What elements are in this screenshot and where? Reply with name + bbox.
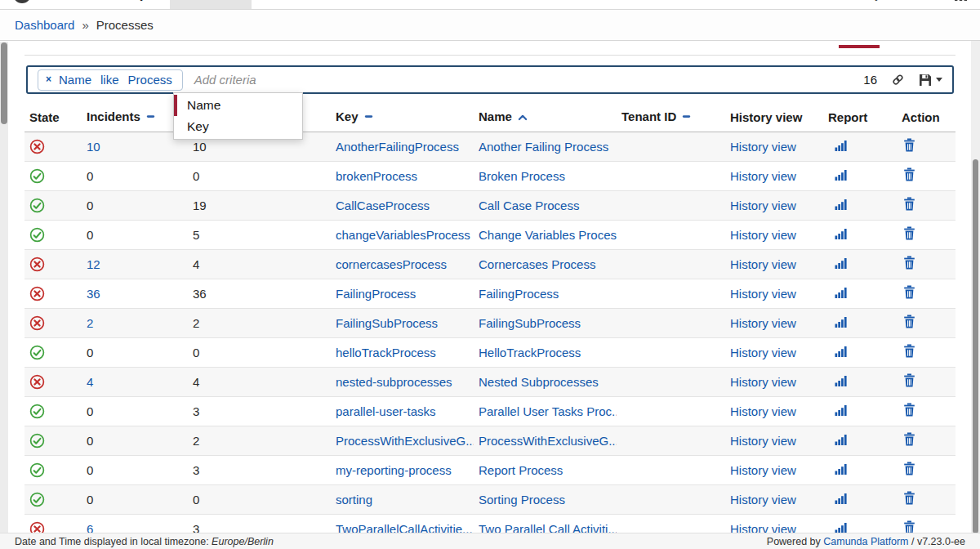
history-view-link[interactable]: History view xyxy=(730,375,796,389)
process-name-link[interactable]: Report Process xyxy=(479,463,563,477)
process-key-link[interactable]: TwoParallelCallActivitie... xyxy=(336,522,473,533)
app-switcher[interactable] xyxy=(955,0,967,1)
process-key-link[interactable]: sorting xyxy=(336,493,372,507)
report-icon[interactable] xyxy=(835,404,848,418)
engine-selector[interactable]: default xyxy=(763,0,815,1)
report-icon[interactable] xyxy=(835,346,848,359)
history-view-link[interactable]: History view xyxy=(730,316,796,330)
history-view-link[interactable]: History view xyxy=(730,287,796,301)
report-icon[interactable] xyxy=(835,140,848,154)
process-name-link[interactable]: Change Variables Process xyxy=(479,228,617,242)
delete-icon[interactable] xyxy=(903,229,915,243)
filter-chip[interactable]: × Name like Process xyxy=(38,69,183,91)
history-view-link[interactable]: History view xyxy=(730,346,796,359)
process-key-link[interactable]: AnotherFailingProcess xyxy=(336,140,459,154)
nav-tab-decisions[interactable]: Decisions xyxy=(252,0,329,10)
incidents-count[interactable]: 12 xyxy=(87,257,100,271)
process-key-link[interactable]: ProcessWithExclusiveG... xyxy=(336,434,474,448)
report-icon[interactable] xyxy=(835,522,848,533)
report-icon[interactable] xyxy=(835,434,848,448)
process-name-link[interactable]: Cornercases Process xyxy=(479,257,595,271)
filter-remove-icon[interactable] xyxy=(681,110,692,124)
history-view-link[interactable]: History view xyxy=(730,199,796,212)
process-key-link[interactable]: changeVariablesProcess xyxy=(336,228,470,242)
filter-remove-icon[interactable] xyxy=(145,110,156,124)
report-icon[interactable] xyxy=(835,287,848,301)
process-name-link[interactable]: ProcessWithExclusiveG... xyxy=(479,434,617,448)
sort-ascending-icon[interactable] xyxy=(517,110,528,124)
process-name-link[interactable]: Sorting Process xyxy=(479,493,565,507)
incidents-count[interactable]: 6 xyxy=(87,522,93,533)
nav-tab-cases[interactable]: Cases xyxy=(329,0,389,10)
process-key-link[interactable]: parallel-user-tasks xyxy=(336,404,436,418)
history-view-link[interactable]: History view xyxy=(730,522,796,533)
delete-icon[interactable] xyxy=(903,523,915,533)
dropdown-item-name[interactable]: Name xyxy=(174,95,302,116)
delete-icon[interactable] xyxy=(903,141,915,154)
delete-icon[interactable] xyxy=(903,405,915,419)
process-name-link[interactable]: Parallel User Tasks Proc... xyxy=(479,404,617,418)
chip-operator[interactable]: like xyxy=(100,73,119,87)
process-key-link[interactable]: nested-subprocesses xyxy=(336,375,452,389)
copy-link-icon[interactable] xyxy=(891,73,905,87)
process-name-link[interactable]: Broken Process xyxy=(479,169,565,183)
add-criteria-input[interactable]: Add criteria xyxy=(194,73,864,87)
camunda-platform-link[interactable]: Camunda Platform xyxy=(823,536,908,547)
column-header-name[interactable]: Name xyxy=(474,106,617,132)
nav-tab-more[interactable]: More xyxy=(487,0,539,10)
process-name-link[interactable]: Call Case Process xyxy=(479,199,579,212)
delete-icon[interactable] xyxy=(903,258,915,272)
delete-icon[interactable] xyxy=(903,493,915,507)
history-view-link[interactable]: History view xyxy=(730,169,796,183)
process-name-link[interactable]: Nested Subprocesses xyxy=(479,375,599,389)
report-icon[interactable] xyxy=(835,375,848,389)
delete-icon[interactable] xyxy=(903,376,915,390)
report-icon[interactable] xyxy=(835,169,848,183)
delete-icon[interactable] xyxy=(903,464,915,478)
process-key-link[interactable]: cornercasesProcess xyxy=(336,257,447,271)
right-scrollbar-thumb[interactable] xyxy=(973,159,978,533)
report-icon[interactable] xyxy=(835,257,848,271)
column-header-tenant-id[interactable]: Tenant ID xyxy=(617,106,725,132)
process-key-link[interactable]: FailingProcess xyxy=(336,287,416,301)
delete-icon[interactable] xyxy=(903,435,915,449)
user-menu[interactable]: Jonny Prosciutto xyxy=(833,0,937,1)
filter-remove-icon[interactable] xyxy=(363,110,374,124)
save-search-button[interactable] xyxy=(919,74,942,87)
history-view-link[interactable]: History view xyxy=(730,257,796,271)
report-icon[interactable] xyxy=(835,316,848,330)
column-header-incidents[interactable]: Incidents xyxy=(82,106,188,132)
history-view-link[interactable]: History view xyxy=(730,228,796,242)
delete-icon[interactable] xyxy=(903,288,915,301)
incidents-count[interactable]: 36 xyxy=(87,287,100,301)
process-key-link[interactable]: my-reporting-process xyxy=(336,463,452,477)
right-scrollbar[interactable] xyxy=(971,10,980,533)
search-filter-box[interactable]: × Name like Process Add criteria 16 xyxy=(26,65,954,94)
report-icon[interactable] xyxy=(835,199,848,212)
report-icon[interactable] xyxy=(835,493,848,507)
nav-tab-human-tasks[interactable]: Human Tasks xyxy=(388,0,487,10)
history-view-link[interactable]: History view xyxy=(730,140,796,154)
process-name-link[interactable]: Another Failing Process xyxy=(479,140,608,154)
incidents-count[interactable]: 10 xyxy=(87,140,100,154)
left-scrollbar[interactable] xyxy=(0,42,8,533)
process-key-link[interactable]: CallCaseProcess xyxy=(336,199,430,212)
report-icon[interactable] xyxy=(835,463,848,477)
history-view-link[interactable]: History view xyxy=(730,434,796,448)
delete-icon[interactable] xyxy=(903,317,915,331)
process-name-link[interactable]: FailingProcess xyxy=(479,287,559,301)
report-icon[interactable] xyxy=(835,228,848,242)
delete-icon[interactable] xyxy=(903,170,915,184)
delete-icon[interactable] xyxy=(903,346,915,360)
delete-icon[interactable] xyxy=(903,199,915,213)
breadcrumb-dashboard-link[interactable]: Dashboard xyxy=(15,18,74,32)
process-name-link[interactable]: Two Parallel Call Activiti... xyxy=(479,522,617,533)
history-view-link[interactable]: History view xyxy=(730,463,796,477)
left-scrollbar-thumb[interactable] xyxy=(1,42,7,124)
process-name-link[interactable]: HelloTrackProcess xyxy=(479,346,581,359)
nav-tab-processes[interactable]: Processes xyxy=(170,0,252,10)
process-key-link[interactable]: helloTrackProcess xyxy=(336,346,436,359)
chip-close-icon[interactable]: × xyxy=(46,74,51,85)
history-view-link[interactable]: History view xyxy=(730,404,796,418)
incidents-count[interactable]: 4 xyxy=(87,375,93,389)
